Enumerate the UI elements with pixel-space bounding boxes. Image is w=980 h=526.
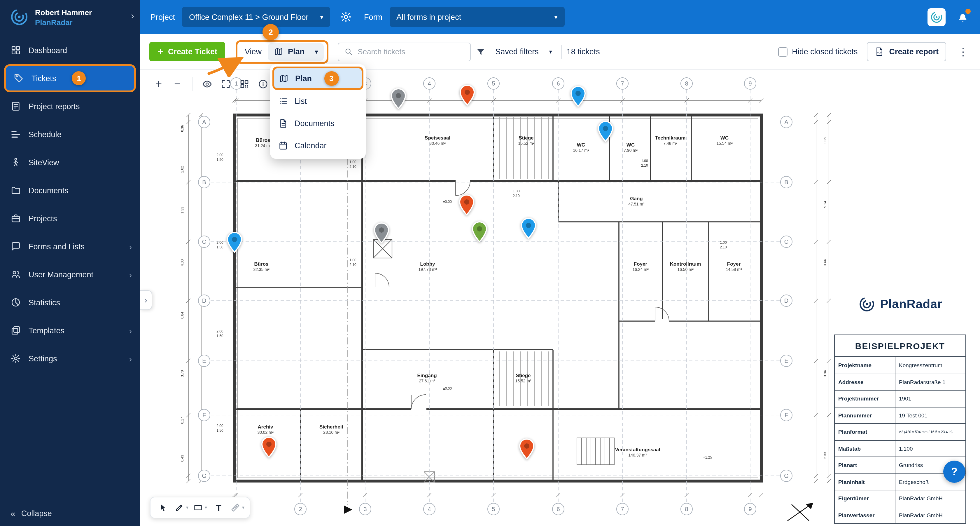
grid-row-label: E [198, 355, 210, 367]
titleblock-value: 19 Test 001 [896, 407, 966, 423]
menu-item-calendar[interactable]: Calendar [272, 134, 363, 156]
planradar-app-button[interactable] [928, 8, 946, 26]
sidebar-item-label: Settings [29, 354, 57, 363]
chevron-right-icon: › [129, 354, 132, 363]
grid-row-label: E [780, 355, 792, 367]
notifications-button[interactable] [956, 10, 969, 24]
text-tool-button[interactable]: T [210, 499, 228, 516]
titleblock-row: Maßstab1:100 [835, 440, 966, 456]
ticket-pin-orange[interactable] [261, 437, 277, 458]
help-button[interactable]: ? [943, 461, 966, 483]
project-settings-gear-icon[interactable] [339, 11, 352, 23]
hide-closed-checkbox[interactable] [778, 47, 787, 56]
select-tool-button[interactable] [154, 499, 172, 516]
ticket-pin-blue[interactable] [521, 218, 536, 239]
sidebar-item-documents[interactable]: Documents [0, 176, 140, 204]
titleblock-table: ProjektnameKongresszentrumAddressePlanRa… [834, 357, 966, 524]
shape-tool-button[interactable]: ▾ [191, 499, 209, 516]
dimension-label: 0.84 [181, 312, 185, 319]
dimension-label: 3.70 [181, 370, 185, 377]
ticket-pin-orange[interactable] [460, 84, 475, 106]
sidebar-header-chevron-icon[interactable]: › [131, 11, 134, 21]
svg-text:PDF: PDF [877, 51, 882, 54]
ticket-pin-blue[interactable] [598, 121, 613, 142]
dashboard-icon [11, 45, 21, 56]
calendar-icon [278, 140, 288, 150]
view-mode-dropdown[interactable]: Plan ▾ [267, 43, 324, 61]
pen-tool-button[interactable]: ▾ [173, 499, 190, 516]
measure-tool-button[interactable]: ▾ [229, 499, 246, 516]
sidebar-collapse-button[interactable]: « Collapse [0, 500, 140, 526]
ticket-pin-blue[interactable] [571, 86, 585, 107]
qr-scan-button[interactable] [235, 75, 253, 93]
zoom-in-button[interactable]: + [150, 75, 167, 93]
ticket-pin-gray[interactable] [391, 88, 406, 109]
sidebar-item-dashboard[interactable]: Dashboard [0, 36, 140, 64]
grid-column-label: 5 [487, 77, 500, 89]
panel-expand-tab[interactable]: › [140, 290, 152, 310]
menu-item-list[interactable]: List [272, 90, 363, 112]
titleblock-key: Planinhalt [835, 474, 896, 490]
sidebar-item-projects[interactable]: Projects [0, 204, 140, 232]
sidebar-item-settings[interactable]: Settings› [0, 344, 140, 373]
pen-icon [174, 503, 185, 513]
sidebar-item-forms-and-lists[interactable]: Forms and Lists› [0, 232, 140, 260]
dimension-label: 0.29 [823, 137, 828, 143]
dimension-label: 0.44 [823, 259, 828, 266]
documents-icon [11, 185, 21, 196]
menu-item-label: Plan [295, 74, 312, 83]
ticket-count: 18 tickets [567, 47, 600, 56]
map-icon [273, 47, 283, 57]
project-select[interactable]: Office Complex 11 > Ground Floor ▾ [182, 7, 330, 27]
saved-filters-dropdown[interactable]: Saved filters ▾ [491, 47, 557, 56]
grid-row-label: G [198, 470, 210, 482]
menu-item-plan[interactable]: Plan3 [272, 67, 363, 90]
cursor-icon [158, 503, 168, 513]
sidebar-item-statistics[interactable]: Statistics [0, 289, 140, 316]
titleblock-row: EigentümerPlanRadar GmbH [835, 490, 966, 507]
plan-info-button[interactable] [255, 75, 272, 93]
sidebar-item-siteview[interactable]: SiteView [0, 148, 140, 176]
filter-button[interactable] [471, 42, 491, 62]
visibility-button[interactable] [198, 75, 216, 93]
ticket-pin-orange[interactable] [459, 194, 474, 215]
caret-down-icon: ▾ [549, 48, 552, 55]
titleblock-value: PlanRadar GmbH [896, 507, 966, 523]
caret-down-icon: ▾ [186, 505, 188, 510]
sidebar-item-label: Projects [29, 214, 57, 223]
sidebar-item-templates[interactable]: Templates› [0, 316, 140, 344]
fullscreen-icon [221, 79, 231, 89]
grid-row-label: C [780, 236, 792, 248]
planradar-app: Robert Hammer PlanRadar › DashboardTicke… [0, 0, 980, 526]
grid-column-label: 9 [744, 77, 756, 89]
form-select[interactable]: All forms in project ▾ [390, 7, 565, 27]
ticket-pin-gray[interactable] [374, 222, 389, 244]
north-arrow [788, 503, 813, 521]
grid-row-label: D [780, 295, 792, 307]
ticket-pin-green[interactable] [472, 221, 487, 242]
grid-row-label: F [198, 409, 210, 421]
ticket-pin-blue[interactable] [227, 232, 242, 253]
zoom-out-button[interactable]: − [169, 75, 186, 93]
view-dropdown-menu: Plan3ListDocumentsCalendar [270, 64, 366, 159]
titleblock-value: 1901 [896, 391, 966, 406]
search-tickets-input[interactable] [358, 47, 465, 56]
floor-plan[interactable]: 112233445566778899AABBCCDDEEFFGGBüros31.… [154, 70, 834, 525]
fullscreen-button[interactable] [217, 75, 234, 93]
titleblock-project-title: BEISPIELPROJEKT [834, 335, 966, 357]
hide-closed-tickets-control[interactable]: Hide closed tickets [778, 47, 858, 56]
reports-icon [11, 101, 21, 112]
ticket-pin-orange[interactable] [519, 438, 535, 459]
create-report-button[interactable]: PDF Create report [867, 42, 946, 61]
grid-row-label: G [780, 470, 792, 482]
sidebar-item-project-reports[interactable]: Project reports [0, 92, 140, 120]
sidebar-item-tickets[interactable]: Tickets1 [4, 64, 136, 92]
more-options-kebab-icon[interactable]: ⋮ [956, 45, 970, 58]
stats-icon [11, 297, 21, 308]
menu-item-documents[interactable]: Documents [272, 112, 363, 134]
sidebar-item-user-management[interactable]: User Management› [0, 260, 140, 289]
sidebar-item-schedule[interactable]: Schedule [0, 120, 140, 148]
annotation-arrow [205, 51, 252, 77]
menu-item-label: Calendar [294, 141, 327, 150]
dimension-label: 1.00 2.10 [349, 258, 356, 267]
